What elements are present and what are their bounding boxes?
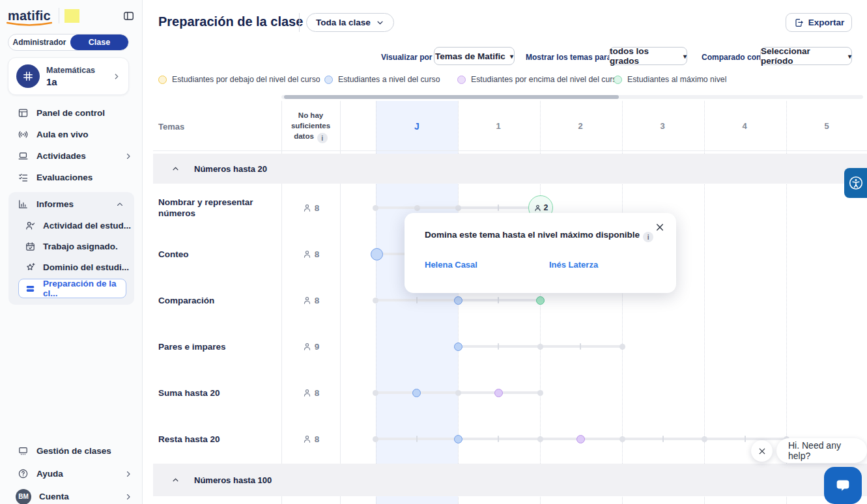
- sidebar-item-preparaci-n-de-la-cl-[interactable]: Preparación de la cl...: [18, 279, 126, 298]
- chat-dismiss-button[interactable]: [751, 440, 773, 462]
- sidebar-item-actividades[interactable]: Actividades: [0, 145, 143, 167]
- tab-clase[interactable]: Clase: [70, 35, 128, 50]
- app: matific Administrador Clase Matemáticas …: [0, 0, 867, 504]
- class-readiness-icon: [25, 283, 36, 294]
- horizontal-scrollbar[interactable]: [281, 95, 863, 99]
- sidebar-item-label: Actividad del estud...: [43, 221, 131, 231]
- sidebar-collapse-icon[interactable]: [122, 10, 135, 22]
- sidebar-item-label: Panel de control: [36, 108, 105, 118]
- topic-label: Suma hasta 20: [158, 380, 279, 406]
- sidebar-item-informes[interactable]: Informes: [8, 193, 134, 215]
- legend-dot: [614, 76, 622, 84]
- logo-swoosh-icon: [7, 21, 52, 27]
- section-title: Números hasta 20: [194, 164, 267, 174]
- level-header-2: 2: [567, 121, 593, 131]
- laptop-icon: [18, 150, 29, 161]
- accessibility-button[interactable]: [844, 168, 867, 198]
- sidebar-item-label: Ayuda: [36, 469, 63, 479]
- live-classroom-icon: [18, 129, 29, 140]
- level-dot-blue[interactable]: [412, 389, 421, 397]
- close-icon[interactable]: [655, 222, 665, 232]
- sidebar-item-actividad-del-estud-[interactable]: Actividad del estud...: [8, 215, 134, 236]
- chat-greeting[interactable]: Hi. Need any help?: [776, 438, 867, 463]
- page-title: Preparación de la clase: [158, 14, 303, 29]
- level-tick: [580, 343, 581, 350]
- sidebar-item-evaluaciones[interactable]: Evaluaciones: [0, 167, 143, 188]
- sidebar: matific Administrador Clase Matemáticas …: [0, 0, 143, 504]
- level-dot-purple[interactable]: [494, 389, 503, 397]
- level-dot-blue[interactable]: [454, 435, 462, 443]
- gray-level-dot: [373, 390, 378, 396]
- legend-label: Estudiantes por encima del nivel del cur…: [471, 75, 621, 84]
- filter-label: Comparado con: [702, 53, 761, 62]
- chevron-right-icon: [124, 493, 132, 501]
- students-count-value: 9: [315, 342, 320, 352]
- topic-label: Nombrar y representar números: [158, 195, 279, 221]
- tab-administrador[interactable]: Administrador: [8, 35, 70, 50]
- sidebar-item-aula-en-vivo[interactable]: Aula en vivo: [0, 124, 143, 145]
- sidebar-item-trabajo-asignado-[interactable]: Trabajo asignado.: [8, 236, 134, 257]
- students-icon: [302, 296, 312, 305]
- level-dot-blue[interactable]: [454, 343, 462, 351]
- matific-logo[interactable]: matific: [8, 8, 51, 23]
- sidebar-item-label: Informes: [36, 199, 74, 209]
- students-count-value: 8: [315, 203, 320, 213]
- level-header-4: 4: [732, 121, 758, 131]
- level-tick: [498, 436, 499, 442]
- level-dot-blue[interactable]: [454, 296, 462, 305]
- sidebar-item-label: Aula en vivo: [36, 130, 89, 139]
- chevron-up-icon: [171, 165, 180, 173]
- filter-value: Temas de Matific: [435, 51, 505, 61]
- sidebar-item-ayuda[interactable]: Ayuda: [0, 462, 143, 485]
- students-count: 8: [293, 385, 328, 400]
- level-tick: [498, 297, 499, 303]
- level-header-3: 3: [649, 121, 675, 131]
- class-card-texts: Matemáticas 1a: [46, 66, 95, 87]
- legend-dot: [457, 76, 466, 84]
- filter-label: Mostrar los temas para: [526, 53, 611, 62]
- filter-value: todos los grados: [610, 46, 679, 66]
- class-card[interactable]: Matemáticas 1a: [8, 57, 129, 95]
- export-button[interactable]: Exportar: [786, 13, 852, 32]
- chat-launcher-button[interactable]: [824, 467, 862, 504]
- topic-label: Resta hasta 20: [158, 426, 279, 452]
- class-selector-dropdown[interactable]: Toda la clase: [306, 13, 394, 32]
- filter-dropdown-3[interactable]: Seleccionar período▾: [760, 47, 852, 65]
- filter-dropdown-2[interactable]: todos los grados▾: [609, 47, 687, 65]
- checklist-icon: [18, 172, 29, 183]
- chevron-right-icon: [124, 470, 132, 478]
- students-count: 8: [293, 201, 328, 215]
- info-icon[interactable]: i: [643, 232, 653, 242]
- class-name: 1a: [46, 76, 95, 87]
- level-dot-green[interactable]: [536, 296, 545, 305]
- sidebar-item-cuenta[interactable]: BMCuenta: [0, 485, 143, 504]
- classes-icon: [18, 445, 29, 456]
- level-dot-big-blue[interactable]: [371, 248, 383, 260]
- filter-dropdown-1[interactable]: Temas de Matific▾: [434, 47, 515, 65]
- students-count-value: 8: [315, 296, 320, 305]
- student-link[interactable]: Inés Laterza: [549, 260, 598, 270]
- section-numeros-hasta-20[interactable]: Números hasta 20: [153, 154, 867, 184]
- class-subject: Matemáticas: [46, 66, 95, 75]
- chevron-right-icon: [124, 152, 132, 160]
- logo-divider: [59, 8, 59, 23]
- students-icon: [302, 388, 312, 398]
- sidebar-item-dominio-del-estudi-[interactable]: Dominio del estudi...: [8, 257, 134, 277]
- chevron-down-icon: [376, 18, 384, 27]
- filter-value: Seleccionar período: [761, 46, 844, 66]
- legend-item: Estudiantes al máximo nivel: [614, 75, 726, 84]
- students-count: 8: [293, 247, 328, 261]
- students-icon: [302, 249, 312, 259]
- sidebar-header: matific: [8, 7, 135, 25]
- scrollbar-thumb[interactable]: [284, 95, 619, 99]
- level-tick: [498, 204, 499, 211]
- topic-detail-popup: Domina este tema hasta el nivel máximo d…: [405, 213, 676, 293]
- sidebar-item-panel-de-control[interactable]: Panel de control: [0, 102, 143, 124]
- section-numeros-hasta-100[interactable]: Números hasta 100: [153, 464, 867, 496]
- sidebar-item-gesti-n-de-clases[interactable]: Gestión de clases: [0, 440, 143, 462]
- filter-label: Visualizar por: [381, 53, 432, 62]
- student-link[interactable]: Helena Casal: [425, 260, 477, 270]
- info-icon[interactable]: i: [317, 133, 328, 143]
- level-dot-purple[interactable]: [576, 435, 585, 443]
- class-selector-label: Toda la clase: [316, 18, 371, 27]
